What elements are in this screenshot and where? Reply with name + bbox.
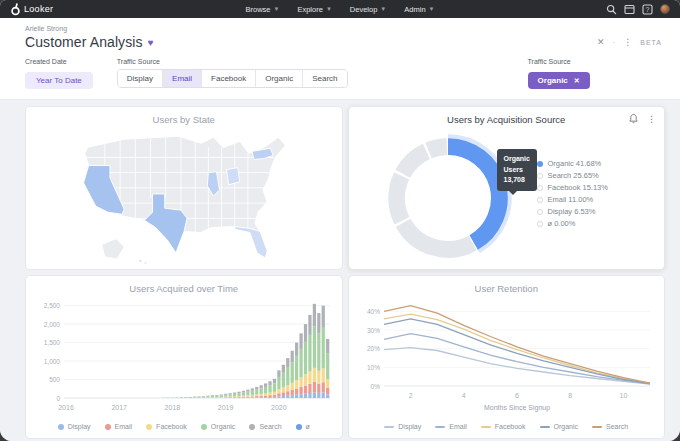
nav-item-explore[interactable]: Explore▼ [297, 5, 331, 14]
bar-segment[interactable] [295, 395, 298, 398]
bar-segment[interactable] [295, 356, 298, 380]
bar-segment[interactable] [224, 394, 227, 395]
bar-segment[interactable] [290, 351, 293, 362]
bar-segment[interactable] [299, 377, 302, 387]
bar-segment[interactable] [224, 395, 227, 397]
bar-segment[interactable] [273, 379, 276, 384]
bar-segment[interactable] [197, 397, 200, 398]
donut-legend-item-display[interactable]: Display 6.53% [537, 207, 608, 216]
bar-segment[interactable] [264, 397, 267, 398]
bar-segment[interactable] [326, 379, 329, 388]
marketplace-icon[interactable] [624, 4, 635, 15]
bar-segment[interactable] [299, 349, 302, 377]
donut-segment-organic[interactable] [448, 147, 499, 243]
bar-segment[interactable] [321, 368, 324, 382]
traffic-source-option-search[interactable]: Search [303, 70, 346, 87]
bar-segment[interactable] [237, 396, 240, 397]
bar-segment[interactable] [228, 394, 231, 396]
bar-segment[interactable] [255, 397, 258, 398]
bar-segment[interactable] [219, 397, 222, 398]
favorite-heart-icon[interactable]: ♥ [148, 37, 154, 48]
bar-segment[interactable] [321, 306, 324, 328]
bar-segment[interactable] [326, 388, 329, 395]
bar-segment[interactable] [228, 393, 231, 394]
bar-segment[interactable] [250, 391, 253, 395]
bar-segment[interactable] [281, 365, 284, 373]
bar-segment[interactable] [295, 380, 298, 388]
bar-segment[interactable] [313, 326, 316, 367]
bar-segment[interactable] [188, 397, 191, 398]
bar-segment[interactable] [304, 324, 307, 342]
bar-segment[interactable] [321, 392, 324, 398]
bar-segment[interactable] [295, 343, 298, 356]
bar-segment[interactable] [273, 392, 276, 395]
traffic-source-option-organic[interactable]: Organic [256, 70, 303, 87]
nav-item-browse[interactable]: Browse▼ [245, 5, 279, 14]
bar-segment[interactable] [317, 371, 320, 384]
bar-segment[interactable] [273, 383, 276, 391]
bar-segment[interactable] [255, 394, 258, 396]
traffic-source-option-display[interactable]: Display [118, 70, 163, 87]
bar-segment[interactable] [255, 396, 258, 397]
traffic-source-option-facebook[interactable]: Facebook [202, 70, 256, 87]
bar-segment[interactable] [277, 396, 280, 398]
bar-segment[interactable] [286, 385, 289, 391]
bar-segment[interactable] [264, 393, 267, 395]
bar-segment[interactable] [264, 383, 267, 387]
bar-legend-item-display[interactable]: Display [58, 423, 91, 430]
line-legend-item-organic[interactable]: Organic [540, 423, 579, 430]
bar-segment[interactable] [290, 362, 293, 383]
bar-segment[interactable] [277, 370, 280, 377]
bar-segment[interactable] [215, 395, 218, 396]
tile-more-menu-icon[interactable]: ⋮ [647, 114, 656, 124]
help-icon[interactable]: ? [642, 4, 653, 15]
bar-segment[interactable] [228, 396, 231, 397]
bar-segment[interactable] [224, 397, 227, 398]
donut-segment-email[interactable] [402, 151, 426, 173]
bar-segment[interactable] [259, 385, 262, 388]
bar-segment[interactable] [313, 392, 316, 398]
bar-segment[interactable] [237, 392, 240, 394]
close-icon[interactable]: ✕ [597, 37, 605, 47]
remove-filter-icon[interactable]: ✕ [574, 77, 580, 85]
bar-segment[interactable] [259, 388, 262, 394]
bar-legend-item-email[interactable]: Email [105, 423, 133, 430]
state-hawaii[interactable] [139, 260, 142, 263]
bar-segment[interactable] [281, 387, 284, 392]
bar-segment[interactable] [250, 397, 253, 398]
line-chart[interactable]: 0%10%20%30%40%246810Months Since Signup [350, 294, 662, 422]
bar-segment[interactable] [317, 393, 320, 398]
bar-segment[interactable] [233, 394, 236, 396]
bar-segment[interactable] [233, 396, 236, 397]
bar-segment[interactable] [250, 395, 253, 396]
bar-segment[interactable] [313, 304, 316, 327]
bar-segment[interactable] [268, 397, 271, 398]
state-hawaii[interactable] [144, 262, 146, 264]
donut-segment-display[interactable] [428, 147, 446, 151]
bar-segment[interactable] [299, 333, 302, 349]
donut-chart[interactable] [381, 131, 515, 265]
bar-segment[interactable] [326, 339, 329, 353]
bar-segment[interactable] [246, 392, 249, 396]
bar-segment[interactable] [242, 393, 245, 396]
bar-segment[interactable] [313, 368, 316, 382]
bar-segment[interactable] [211, 396, 214, 397]
bar-segment[interactable] [308, 371, 311, 383]
bar-segment[interactable] [281, 373, 284, 388]
bar-segment[interactable] [286, 358, 289, 368]
bar-segment[interactable] [326, 394, 329, 398]
bar-segment[interactable] [255, 387, 258, 390]
bar-segment[interactable] [277, 377, 280, 389]
donut-legend-item-organic[interactable]: Organic 41.68% [537, 159, 608, 168]
looker-logo[interactable]: Looker [10, 3, 53, 16]
bar-legend-item-search[interactable]: Search [249, 423, 281, 430]
bar-segment[interactable] [250, 388, 253, 390]
bar-legend-item-organic[interactable]: Organic [201, 423, 236, 430]
bar-segment[interactable] [246, 395, 249, 396]
bar-segment[interactable] [290, 383, 293, 390]
bar-segment[interactable] [202, 396, 205, 397]
bar-segment[interactable] [304, 394, 307, 398]
bar-segment[interactable] [290, 390, 293, 395]
bar-segment[interactable] [228, 397, 231, 398]
bar-segment[interactable] [304, 342, 307, 374]
